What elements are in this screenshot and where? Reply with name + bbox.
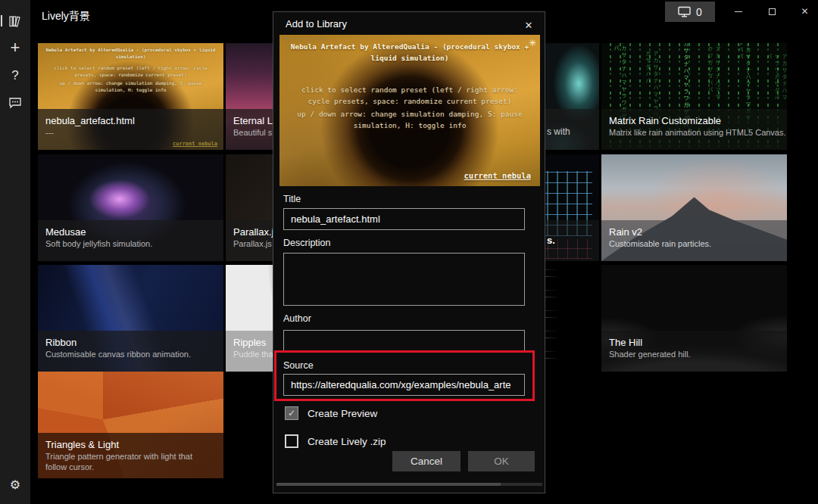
create-zip-checkbox[interactable]: ✓ <box>285 434 298 448</box>
tile-description: Soft body jellyfish simulation. <box>45 238 216 250</box>
tile-medusae[interactable]: Medusae Soft body jellyfish simulation. <box>38 154 223 261</box>
sidebar: + ? ⚙ <box>0 0 30 504</box>
gear-icon: ⚙ <box>10 478 20 492</box>
preview-title-text: Nebula Artefact by AlteredQualia - (proc… <box>279 42 540 64</box>
author-field[interactable] <box>283 330 525 352</box>
tile-title: Triangles & Light <box>45 438 216 451</box>
tile-matrix-rain[interactable]: アカサタナハマヤラワガザダバパ アカサタナハマヤラワガザダバパ アカサタナハマヤ… <box>601 43 787 150</box>
tile-badge: current_nebula <box>173 141 217 147</box>
checkmark-icon: ✓ <box>288 408 295 418</box>
tile-title: Matrix Rain Customizable <box>609 114 779 127</box>
dialog-close-button[interactable]: ✕ <box>520 17 537 33</box>
preview-badge: current nebula <box>464 171 531 180</box>
tile-title-partial: s. <box>547 235 555 246</box>
thumb-overlay-text: Nebula Artefact by AlteredQualia - (proc… <box>38 46 223 60</box>
create-preview-checkbox[interactable]: ✓ <box>285 406 298 420</box>
create-preview-label: Create Preview <box>308 408 377 419</box>
minimize-button[interactable] <box>721 0 755 23</box>
description-field-label: Description <box>283 238 331 248</box>
tile-description: Customisable rain particles. <box>609 238 779 250</box>
tile-rain-v2[interactable]: Rain v2 Customisable rain particles. <box>601 154 787 261</box>
sidebar-item-help[interactable]: ? <box>0 64 30 87</box>
sidebar-item-feedback[interactable] <box>0 92 30 114</box>
tile-title: Medusae <box>45 226 216 238</box>
sidebar-item-settings[interactable]: ⚙ <box>0 473 30 496</box>
scrollbar-thumb[interactable] <box>276 483 501 486</box>
question-icon: ? <box>11 68 18 83</box>
sidebar-item-library[interactable] <box>0 10 30 33</box>
tile-description: Shader generated hill. <box>609 349 779 360</box>
close-icon: ✕ <box>801 6 808 17</box>
dialog-title: Add to Library <box>286 18 347 30</box>
create-zip-checkbox-row[interactable]: ✓ Create Lively .zip <box>285 434 386 448</box>
tile-description-partial: s with <box>547 126 570 137</box>
create-zip-label: Create Lively .zip <box>308 436 386 447</box>
books-icon <box>8 14 22 28</box>
close-icon: ✕ <box>525 20 533 31</box>
add-to-library-dialog: Add to Library ✕ 60 FPS (25-60) Nebula A… <box>273 11 545 493</box>
wallpaper-preview: 60 FPS (25-60) Nebula Artefact by Altere… <box>279 35 540 186</box>
tile-description: --- <box>45 127 216 138</box>
sidebar-item-add[interactable]: + <box>0 36 30 59</box>
close-button[interactable]: ✕ <box>788 0 818 23</box>
tile-title: nebula_artefact.html <box>45 114 216 127</box>
tile-the-hill[interactable]: The Hill Shader generated hill. <box>601 265 787 372</box>
tile-triangles-light[interactable]: Triangles & Light Triangle pattern gener… <box>38 372 223 478</box>
preview-help-text-2: up / down arrow: change simulation dampi… <box>279 109 540 131</box>
tile-description: Triangle pattern generator with light th… <box>45 451 216 472</box>
description-field[interactable] <box>283 253 525 306</box>
plus-icon: + <box>11 39 20 56</box>
tile-ribbon[interactable]: Ribbon Customisable canvas ribbon animat… <box>38 265 223 372</box>
tile-nebula-artefact[interactable]: Nebula Artefact by AlteredQualia - (proc… <box>38 43 223 150</box>
source-field[interactable] <box>283 374 525 396</box>
source-field-label: Source <box>283 360 314 371</box>
monitor-icon <box>678 6 691 17</box>
maximize-icon <box>769 8 776 15</box>
cancel-button[interactable]: Cancel <box>392 451 461 471</box>
create-preview-checkbox-row[interactable]: ✓ Create Preview <box>285 406 377 420</box>
checkmark-icon: ✓ <box>288 436 295 446</box>
dialog-scrollbar[interactable] <box>276 483 542 486</box>
tile-title: Rain v2 <box>609 226 779 238</box>
snowflake-icon: ✳ <box>529 38 536 48</box>
tile-title: The Hill <box>609 336 779 349</box>
title-field[interactable] <box>283 208 525 230</box>
tile-description: Customisable canvas ribbon animation. <box>45 349 216 360</box>
author-field-label: Author <box>283 313 311 324</box>
tile-title: Ribbon <box>45 336 216 349</box>
app-window: Lively背景 0 ✕ + ? ⚙ <box>0 0 818 504</box>
ok-button[interactable]: OK <box>468 451 535 471</box>
app-title: Lively背景 <box>42 8 90 23</box>
monitor-count: 0 <box>696 6 702 18</box>
preview-help-text-1: click to select random preset (left / ri… <box>279 85 540 107</box>
tile-description: Matrix like rain animation using HTML5 C… <box>609 127 779 138</box>
maximize-button[interactable] <box>755 0 789 23</box>
minimize-icon <box>735 11 742 12</box>
display-select-button[interactable]: 0 <box>665 2 715 22</box>
title-field-label: Title <box>283 194 301 204</box>
chat-icon <box>8 97 22 109</box>
